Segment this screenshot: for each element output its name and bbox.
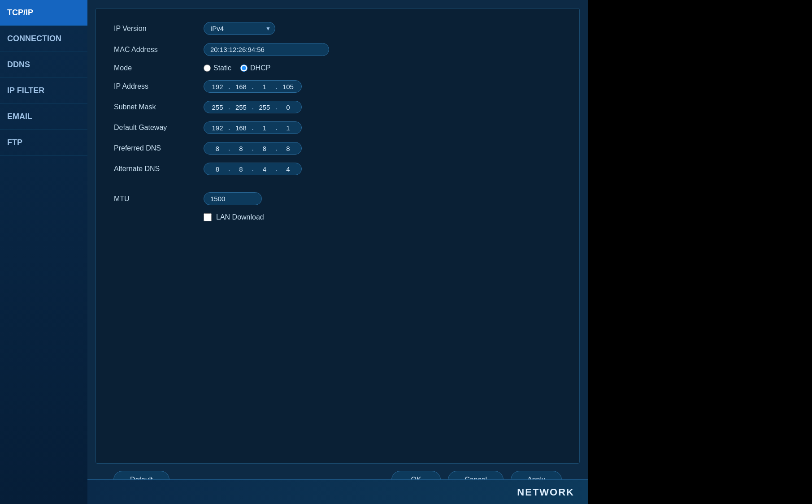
mode-dhcp-radio[interactable] bbox=[240, 65, 248, 72]
preferred-dns-octet3[interactable] bbox=[256, 145, 274, 152]
right-dark-panel bbox=[588, 0, 812, 504]
sidebar-item-ftp[interactable]: FTP bbox=[0, 130, 87, 156]
gateway-dot-3: . bbox=[275, 124, 277, 132]
subnet-dot-2: . bbox=[252, 103, 253, 111]
gateway-dot-1: . bbox=[228, 124, 230, 132]
sidebar: TCP/IP CONNECTION DDNS IP FILTER EMAIL F… bbox=[0, 0, 87, 504]
preferred-dns-octet2[interactable] bbox=[232, 145, 250, 152]
ip-dot-1: . bbox=[228, 82, 230, 90]
preferred-dns-input-group: . . . bbox=[204, 142, 302, 155]
ip-address-octet2[interactable] bbox=[232, 83, 250, 90]
mode-static-radio[interactable] bbox=[204, 65, 211, 72]
gateway-octet3[interactable] bbox=[256, 124, 274, 132]
preferred-dns-octet4[interactable] bbox=[279, 145, 297, 152]
alternate-dns-octet2[interactable] bbox=[232, 165, 250, 173]
alternate-dns-row: Alternate DNS . . . bbox=[114, 163, 561, 175]
sidebar-item-email[interactable]: EMAIL bbox=[0, 104, 87, 130]
sidebar-item-connection[interactable]: CONNECTION bbox=[0, 26, 87, 52]
preferred-dns-label: Preferred DNS bbox=[114, 144, 204, 152]
gateway-octet4[interactable] bbox=[279, 124, 297, 132]
ip-version-row: IP Version IPv4 IPv6 ▼ bbox=[114, 22, 561, 35]
mtu-label: MTU bbox=[114, 195, 204, 203]
subnet-mask-input-group: . . . bbox=[204, 101, 302, 113]
ip-version-dropdown-wrapper: IPv4 IPv6 ▼ bbox=[204, 22, 275, 35]
ip-address-octet1[interactable] bbox=[208, 83, 226, 90]
ip-version-select[interactable]: IPv4 IPv6 bbox=[204, 22, 275, 35]
footer-bar: NETWORK bbox=[87, 479, 588, 504]
mode-radio-group: Static DHCP bbox=[204, 64, 284, 72]
lan-download-label: LAN Download bbox=[216, 213, 264, 221]
gateway-octet1[interactable] bbox=[208, 124, 226, 132]
subnet-dot-1: . bbox=[228, 103, 230, 111]
pdns-dot-3: . bbox=[275, 144, 277, 152]
mode-dhcp-label[interactable]: DHCP bbox=[240, 64, 270, 72]
ip-version-label: IP Version bbox=[114, 25, 204, 33]
mode-row: Mode Static DHCP bbox=[114, 64, 561, 72]
footer-title: NETWORK bbox=[517, 487, 574, 498]
alternate-dns-octet3[interactable] bbox=[256, 165, 274, 173]
subnet-octet1[interactable] bbox=[208, 103, 226, 111]
mtu-input[interactable] bbox=[204, 192, 262, 205]
sidebar-item-ipfilter[interactable]: IP FILTER bbox=[0, 78, 87, 104]
pdns-dot-1: . bbox=[228, 144, 230, 152]
subnet-octet4[interactable] bbox=[279, 103, 297, 111]
content-panel: IP Version IPv4 IPv6 ▼ MAC Address Mode bbox=[96, 8, 580, 464]
mode-static-label[interactable]: Static bbox=[204, 64, 231, 72]
default-gateway-row: Default Gateway . . . bbox=[114, 121, 561, 134]
ip-dot-2: . bbox=[252, 82, 253, 90]
mtu-row: MTU bbox=[114, 192, 561, 205]
mode-label: Mode bbox=[114, 64, 204, 72]
sidebar-item-ddns[interactable]: DDNS bbox=[0, 52, 87, 78]
adns-dot-1: . bbox=[228, 165, 230, 173]
adns-dot-3: . bbox=[275, 165, 277, 173]
preferred-dns-octet1[interactable] bbox=[208, 145, 226, 152]
default-gateway-label: Default Gateway bbox=[114, 124, 204, 132]
ip-dot-3: . bbox=[275, 82, 277, 90]
gateway-octet2[interactable] bbox=[232, 124, 250, 132]
ip-address-label: IP Address bbox=[114, 82, 204, 90]
alternate-dns-octet1[interactable] bbox=[208, 165, 226, 173]
mac-address-row: MAC Address bbox=[114, 43, 561, 56]
ip-address-octet3[interactable] bbox=[256, 83, 274, 90]
pdns-dot-2: . bbox=[252, 144, 253, 152]
subnet-octet2[interactable] bbox=[232, 103, 250, 111]
ip-address-octet4[interactable] bbox=[279, 83, 297, 90]
subnet-octet3[interactable] bbox=[256, 103, 274, 111]
lan-download-checkbox[interactable] bbox=[204, 213, 212, 221]
subnet-mask-label: Subnet Mask bbox=[114, 103, 204, 111]
preferred-dns-row: Preferred DNS . . . bbox=[114, 142, 561, 155]
alternate-dns-octet4[interactable] bbox=[279, 165, 297, 173]
adns-dot-2: . bbox=[252, 165, 253, 173]
subnet-mask-row: Subnet Mask . . . bbox=[114, 101, 561, 113]
default-gateway-input-group: . . . bbox=[204, 121, 302, 134]
mac-address-label: MAC Address bbox=[114, 46, 204, 54]
alternate-dns-label: Alternate DNS bbox=[114, 165, 204, 173]
ip-address-row: IP Address . . . bbox=[114, 80, 561, 93]
ip-address-input-group: . . . bbox=[204, 80, 302, 93]
gateway-dot-2: . bbox=[252, 124, 253, 132]
alternate-dns-input-group: . . . bbox=[204, 163, 302, 175]
subnet-dot-3: . bbox=[275, 103, 277, 111]
mac-address-input[interactable] bbox=[204, 43, 329, 56]
sidebar-item-tcpip[interactable]: TCP/IP bbox=[0, 0, 87, 26]
lan-download-row: LAN Download bbox=[114, 213, 561, 221]
